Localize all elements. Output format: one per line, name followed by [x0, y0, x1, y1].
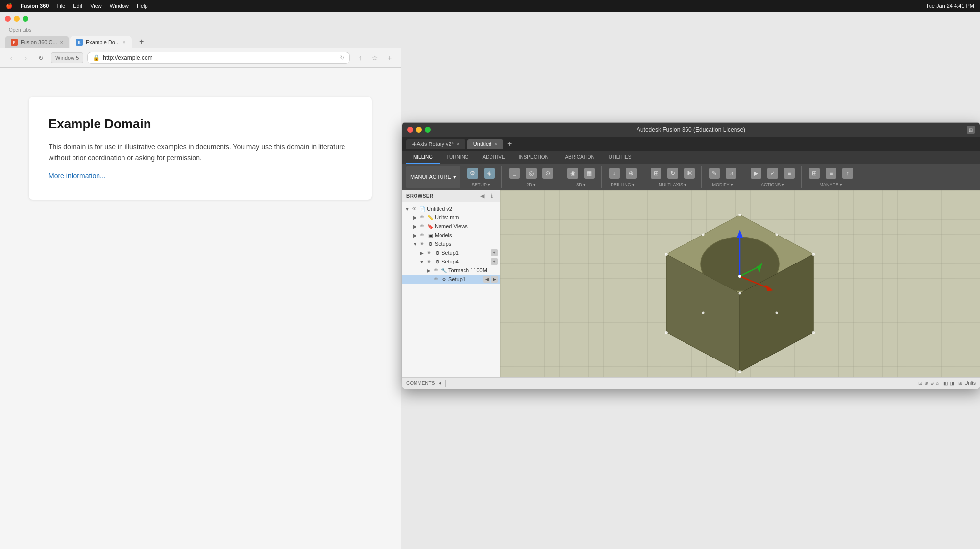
fusion-tab-rotary[interactable]: 4-Axis Rotary v2* × — [406, 139, 466, 149]
drilling-btn2[interactable]: ⊕ — [623, 167, 639, 180]
manage-btn3[interactable]: ↑ — [840, 167, 856, 180]
address-bar[interactable] — [103, 54, 337, 61]
manufacture-dropdown[interactable]: MANUFACTURE ▾ — [406, 166, 460, 188]
eye-icon-3[interactable]: 👁 — [419, 232, 425, 238]
eye-icon-6[interactable]: 👁 — [426, 259, 432, 264]
ribbon-tab-milling[interactable]: MILLING — [406, 151, 440, 164]
view-home-icon[interactable]: ⌂ — [936, 381, 939, 386]
new-tab-toolbar-button[interactable]: + — [383, 51, 396, 64]
fusion-tab-untitled[interactable]: Untitled × — [467, 139, 503, 149]
2d-btn2[interactable]: ◎ — [523, 167, 539, 180]
shading-icon[interactable]: ◨ — [950, 381, 954, 386]
browser-tab-fusion[interactable]: F Fusion 360 C... × — [5, 36, 69, 48]
fusion-close-btn[interactable] — [407, 127, 413, 133]
setup1-ctrl-btn[interactable]: + — [491, 249, 498, 256]
2d-btn1[interactable]: ◻ — [507, 167, 522, 180]
tab-fusion-close[interactable]: × — [60, 39, 63, 45]
units-label[interactable]: Units — [964, 381, 976, 386]
tab-example-close[interactable]: × — [122, 39, 125, 45]
actions-btn1[interactable]: ▶ — [748, 167, 764, 180]
eye-icon-2[interactable]: 👁 — [419, 223, 425, 229]
3d-btn1[interactable]: ◉ — [565, 167, 581, 180]
menu-help[interactable]: Help — [137, 3, 148, 9]
tree-item-setup1-inner[interactable]: 👁 ⚙ Setup1 ◀ ▶ — [402, 275, 500, 284]
eye-icon-1[interactable]: 👁 — [419, 215, 425, 220]
zoom-in-icon[interactable]: ⊕ — [924, 381, 928, 386]
bookmark-button[interactable]: ☆ — [368, 51, 381, 64]
eye-icon-5[interactable]: 👁 — [426, 250, 432, 256]
refresh-icon[interactable]: ↻ — [340, 54, 344, 61]
tree-item-tormach[interactable]: ▶ 👁 🔧 Tormach 1100M — [402, 266, 500, 275]
expand-icon-0[interactable]: ▼ — [404, 206, 410, 212]
menu-window[interactable]: Window — [110, 3, 129, 9]
2d-btn3[interactable]: ⊙ — [540, 167, 556, 180]
eye-icon-7[interactable]: 👁 — [433, 267, 439, 273]
browser-info-btn[interactable]: ℹ — [488, 192, 496, 200]
address-bar-container[interactable]: 🔒 ↻ — [87, 52, 350, 64]
more-info-link[interactable]: More information... — [49, 172, 106, 180]
actions-btn2[interactable]: ✓ — [765, 167, 781, 180]
menu-edit[interactable]: Edit — [73, 3, 82, 9]
app-menu-apple[interactable]: 🍎 — [6, 3, 13, 9]
eye-icon-8[interactable]: 👁 — [433, 276, 439, 282]
fusion-tab-untitled-close[interactable]: × — [494, 142, 497, 147]
fusion-fullscreen-btn[interactable]: ⊞ — [967, 126, 975, 134]
ribbon-tab-utilities[interactable]: UTILITIES — [602, 151, 638, 164]
expand-icon-2[interactable]: ▶ — [412, 223, 418, 229]
back-button[interactable]: ‹ — [5, 51, 18, 64]
tree-item-untitled-v2[interactable]: ▼ 👁 📄 Untitled v2 — [402, 204, 500, 213]
tree-item-setup4[interactable]: ▼ 👁 ⚙ Setup4 + — [402, 257, 500, 266]
drilling-btn1[interactable]: ↓ — [607, 167, 622, 180]
expand-icon-5[interactable]: ▶ — [419, 250, 425, 256]
browser-maximize-button[interactable] — [23, 16, 28, 22]
actions-btn3[interactable]: ≡ — [782, 167, 797, 180]
setup-btn[interactable]: ⚙ — [465, 167, 481, 180]
browser-tab-example[interactable]: E Example Do... × — [70, 36, 132, 48]
browser-collapse-btn[interactable]: ◀ — [478, 192, 486, 200]
manage-btn2[interactable]: ≡ — [823, 167, 839, 180]
browser-minimize-button[interactable] — [14, 16, 20, 22]
tree-item-setup1[interactable]: ▶ 👁 ⚙ Setup1 + — [402, 248, 500, 257]
multiaxis-btn3[interactable]: ⌘ — [682, 167, 697, 180]
tree-item-named-views[interactable]: ▶ 👁 🔖 Named Views — [402, 222, 500, 231]
expand-icon-3[interactable]: ▶ — [412, 232, 418, 238]
eye-icon-4[interactable]: 👁 — [419, 241, 425, 247]
ribbon-tab-additive[interactable]: ADDITIVE — [476, 151, 512, 164]
fusion-maximize-btn[interactable] — [425, 127, 431, 133]
browser-close-button[interactable] — [5, 16, 11, 22]
3d-btn2[interactable]: ▦ — [582, 167, 597, 180]
expand-icon-8[interactable] — [426, 276, 432, 282]
menu-view[interactable]: View — [90, 3, 102, 9]
eye-icon-0[interactable]: 👁 — [411, 206, 417, 212]
tree-item-setups[interactable]: ▼ 👁 ⚙ Setups — [402, 239, 500, 248]
app-menu-fusion[interactable]: Fusion 360 — [21, 3, 49, 9]
fusion-add-tab-btn[interactable]: + — [505, 140, 514, 148]
modify-btn2[interactable]: ⊿ — [723, 167, 739, 180]
setup1-inner-ctrl-btn[interactable]: ◀ — [483, 276, 490, 283]
setup-btn2[interactable]: ◈ — [482, 167, 497, 180]
expand-icon-4[interactable]: ▼ — [412, 241, 418, 247]
modify-btn1[interactable]: ✎ — [707, 167, 722, 180]
setup1-inner-ctrl-btn2[interactable]: ▶ — [491, 276, 498, 283]
share-button[interactable]: ↑ — [354, 51, 367, 64]
grid-icon[interactable]: ⊞ — [958, 381, 962, 386]
ribbon-tab-turning[interactable]: TURNING — [440, 151, 476, 164]
multiaxis-btn1[interactable]: ⊞ — [648, 167, 664, 180]
manage-btn1[interactable]: ⊞ — [807, 167, 822, 180]
expand-icon-6[interactable]: ▼ — [419, 259, 425, 264]
zoom-out-icon[interactable]: ⊖ — [930, 381, 934, 386]
display-mode-icon[interactable]: ◧ — [943, 381, 948, 386]
fusion-minimize-btn[interactable] — [416, 127, 422, 133]
tree-item-models[interactable]: ▶ 👁 ▣ Models — [402, 231, 500, 239]
expand-icon-7[interactable]: ▶ — [426, 267, 432, 273]
ribbon-tab-fabrication[interactable]: FABRICATION — [556, 151, 602, 164]
forward-button[interactable]: › — [20, 51, 32, 64]
expand-icon-1[interactable]: ▶ — [412, 215, 418, 220]
fusion-3d-viewport[interactable] — [500, 190, 980, 377]
add-tab-button[interactable]: + — [135, 35, 148, 48]
setup4-ctrl-btn[interactable]: + — [491, 258, 498, 265]
menu-file[interactable]: File — [56, 3, 65, 9]
tree-item-units[interactable]: ▶ 👁 📏 Units: mm — [402, 213, 500, 222]
reload-button[interactable]: ↻ — [34, 51, 47, 64]
fusion-tab-rotary-close[interactable]: × — [457, 142, 460, 147]
